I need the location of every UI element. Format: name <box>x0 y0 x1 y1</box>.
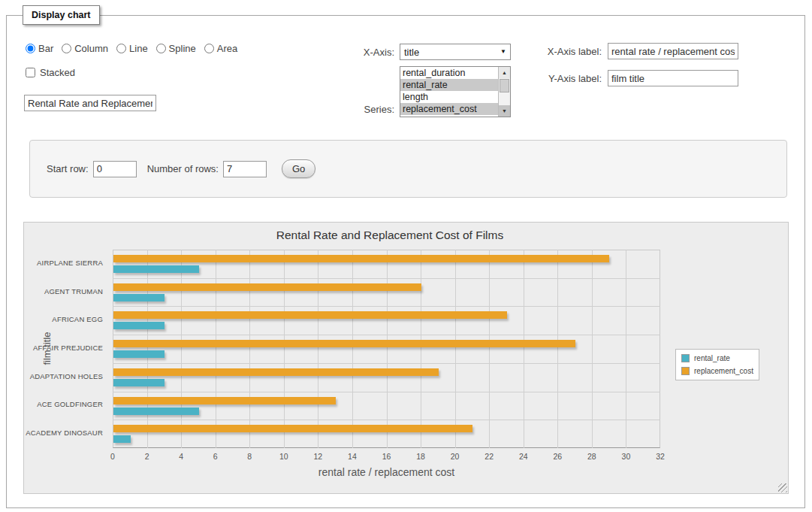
chart-title-input[interactable] <box>24 95 156 111</box>
radio-area[interactable] <box>204 44 214 53</box>
legend-label: replacement_cost <box>694 367 753 375</box>
bar-replacement_cost <box>113 425 472 432</box>
gridline <box>592 250 593 448</box>
stacked-checkbox[interactable] <box>26 68 35 77</box>
radio-line[interactable] <box>116 44 126 53</box>
bar-rental_rate <box>113 265 199 273</box>
chart-resize-handle[interactable] <box>778 483 787 492</box>
y-axis-label-row: Y-Axis label: <box>488 70 738 86</box>
gridline <box>113 392 660 392</box>
gridline <box>626 250 626 448</box>
bar-rental_rate <box>113 379 165 386</box>
bar-rental_rate <box>113 294 165 301</box>
bar-replacement_cost <box>113 311 507 319</box>
gridline <box>216 250 216 448</box>
go-button[interactable]: Go <box>282 159 315 178</box>
gridline <box>147 250 148 448</box>
bar-rental_rate <box>113 322 165 329</box>
y-category-label: AFFAIR PREJUDICE <box>24 344 108 352</box>
y-axis-title: film title <box>41 313 53 385</box>
x-tick-label: 10 <box>273 452 295 461</box>
legend-item-rental_rate: rental_rate <box>681 354 753 362</box>
x-axis-title: rental rate / replacement cost <box>113 466 660 478</box>
x-tick-label: 4 <box>170 452 192 461</box>
gridline <box>557 250 558 448</box>
x-tick-label: 16 <box>376 452 398 461</box>
x-axis-label-input[interactable] <box>608 43 738 59</box>
gridline <box>524 250 524 448</box>
bar-rental_rate <box>113 350 165 358</box>
legend-swatch-replacement_cost <box>681 367 690 375</box>
legend-item-replacement_cost: replacement_cost <box>681 367 753 375</box>
gridline <box>113 363 660 364</box>
series-option-rental_rate[interactable]: rental_rate <box>400 79 498 91</box>
bar-rental_rate <box>113 435 131 443</box>
gridline <box>352 250 353 448</box>
gridline <box>387 250 388 448</box>
bar-replacement_cost <box>113 283 421 291</box>
radio-label: Line <box>129 43 148 54</box>
radio-label: Column <box>74 43 108 54</box>
x-tick-label: 20 <box>444 452 466 461</box>
gridline <box>113 335 660 335</box>
fieldset-legend: Display chart <box>23 5 100 25</box>
bar-rental_rate <box>113 407 199 415</box>
bar-replacement_cost <box>113 397 336 404</box>
x-tick-label: 24 <box>512 452 535 461</box>
x-tick-label: 26 <box>546 452 569 461</box>
scrollbar-down-icon[interactable]: ▼ <box>499 105 510 117</box>
chart-container: Rental Rate and Replacement Cost of Film… <box>23 222 789 494</box>
x-axis-select-label: X-Axis: <box>322 47 394 58</box>
x-tick-label: 6 <box>204 452 227 461</box>
y-category-label: AGENT TRUMAN <box>24 287 108 295</box>
number-of-rows-input[interactable] <box>223 161 267 177</box>
x-tick-label: 18 <box>409 452 432 461</box>
chart-legend: rental_ratereplacement_cost <box>675 349 759 380</box>
radio-label: Spline <box>169 43 196 54</box>
radio-bar[interactable] <box>26 44 35 53</box>
y-axis-label-input[interactable] <box>608 70 738 86</box>
x-tick-label: 0 <box>101 452 124 461</box>
x-tick-label: 28 <box>581 452 603 461</box>
y-category-label: AFRICAN EGG <box>24 315 108 323</box>
stacked-checkbox-row[interactable]: Stacked <box>26 67 75 78</box>
bar-replacement_cost <box>113 255 609 262</box>
chart-type-radio-area[interactable]: Area <box>204 43 237 54</box>
x-tick-label: 30 <box>614 452 637 461</box>
y-axis-label-label: Y-Axis label: <box>488 73 602 84</box>
radio-spline[interactable] <box>156 44 166 53</box>
start-row-label: Start row: <box>47 163 89 174</box>
start-row-input[interactable] <box>93 161 137 177</box>
y-category-label: AIRPLANE SIERRA <box>24 259 108 267</box>
series-option-rental_duration[interactable]: rental_duration <box>400 67 498 79</box>
legend-swatch-rental_rate <box>681 354 690 362</box>
y-category-label: ACADEMY DINOSAUR <box>24 429 108 437</box>
gridline <box>113 278 660 279</box>
display-chart-page: Display chart BarColumnLineSplineArea St… <box>0 0 812 512</box>
radio-label: Area <box>217 43 237 54</box>
chart-type-radio-spline[interactable]: Spline <box>156 43 196 54</box>
gridline <box>455 250 456 448</box>
gridline <box>284 250 285 448</box>
x-tick-label: 12 <box>306 452 329 461</box>
gridline <box>421 250 421 448</box>
gridline <box>249 250 250 448</box>
series-option-length[interactable]: length <box>400 91 498 103</box>
series-option-replacement_cost[interactable]: replacement_cost <box>400 103 498 115</box>
chart-title: Rental Rate and Replacement Cost of Film… <box>24 229 756 242</box>
chart-type-radio-line[interactable]: Line <box>116 43 148 54</box>
x-tick-label: 32 <box>649 452 672 461</box>
gridline <box>181 250 182 448</box>
stacked-label: Stacked <box>40 67 75 78</box>
bar-replacement_cost <box>113 340 575 347</box>
gridline <box>318 250 318 448</box>
chart-type-radio-column[interactable]: Column <box>62 43 108 54</box>
number-of-rows-label: Number of rows: <box>147 163 219 174</box>
gridline <box>113 420 660 420</box>
chart-type-radio-group: BarColumnLineSplineArea <box>26 43 246 54</box>
series-label: Series: <box>322 104 394 115</box>
gridline <box>113 306 660 307</box>
chart-type-radio-bar[interactable]: Bar <box>26 43 53 54</box>
radio-column[interactable] <box>62 44 71 53</box>
series-options: rental_durationrental_ratelengthreplacem… <box>400 67 498 117</box>
